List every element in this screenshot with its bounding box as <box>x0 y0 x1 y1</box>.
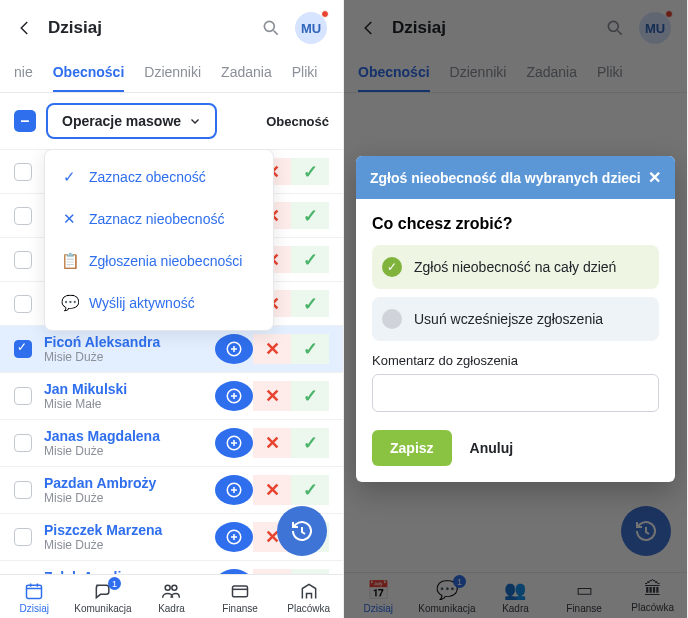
notification-dot <box>665 10 673 18</box>
avatar[interactable]: MU <box>295 12 327 44</box>
modal-header: Zgłoś nieobecność dla wybranych dzieci ✕ <box>356 156 675 199</box>
tab-tasks[interactable]: Zadania <box>526 56 577 92</box>
svg-rect-7 <box>27 585 42 598</box>
row-checkbox[interactable] <box>14 295 32 313</box>
add-note-icon[interactable] <box>215 334 253 364</box>
save-button[interactable]: Zapisz <box>372 430 452 466</box>
present-icon[interactable]: ✓ <box>291 246 329 273</box>
present-icon[interactable]: ✓ <box>291 475 329 505</box>
back-icon[interactable] <box>16 19 34 37</box>
dd-send-activity[interactable]: 💬Wyślij aktywność <box>45 282 273 324</box>
tab-files[interactable]: Pliki <box>597 56 623 92</box>
absent-icon[interactable]: ✕ <box>253 475 291 505</box>
nav-facility[interactable]: Placówka <box>274 581 343 614</box>
mass-operations-button[interactable]: Operacje masowe <box>46 103 217 139</box>
badge: 1 <box>453 575 466 588</box>
add-note-icon[interactable] <box>215 475 253 505</box>
chevron-down-icon <box>189 115 201 127</box>
select-all-checkbox[interactable]: – <box>14 110 36 132</box>
nav-finance[interactable]: Finanse <box>206 581 275 614</box>
child-group: Misie Duże <box>44 491 215 505</box>
tab-journals[interactable]: Dzienniki <box>450 56 507 92</box>
comment-input[interactable] <box>372 374 659 412</box>
nav-staff[interactable]: Kadra <box>137 581 206 614</box>
avatar[interactable]: MU <box>639 12 671 44</box>
chat-icon: 1 <box>93 581 113 601</box>
check-icon: ✓ <box>61 168 77 186</box>
tab-attendance[interactable]: Obecności <box>358 56 430 92</box>
nav-finance[interactable]: ▭Finanse <box>550 579 619 614</box>
comment-label: Komentarz do zgłoszenia <box>372 353 659 368</box>
cancel-button[interactable]: Anuluj <box>470 440 514 456</box>
present-icon[interactable]: ✓ <box>291 381 329 411</box>
table-row[interactable]: Zelek AmeliaMisie Małe✕✓ <box>0 560 343 574</box>
option-full-day[interactable]: ✓Zgłoś nieobecność na cały dzień <box>372 245 659 289</box>
chat-icon: 💬1 <box>436 579 458 601</box>
present-icon[interactable]: ✓ <box>291 158 329 185</box>
calendar-icon <box>24 581 44 601</box>
back-icon[interactable] <box>360 19 378 37</box>
tab-attendance[interactable]: Obecności <box>53 56 125 92</box>
history-fab[interactable] <box>277 506 327 556</box>
history-fab[interactable] <box>621 506 671 556</box>
tab-files[interactable]: Pliki <box>292 56 318 92</box>
add-note-icon[interactable] <box>215 522 253 552</box>
row-checkbox[interactable] <box>14 207 32 225</box>
nav-comms[interactable]: 1Komunikacja <box>69 581 138 614</box>
attendance-column-label: Obecność <box>266 114 329 129</box>
child-group: Misie Duże <box>44 444 215 458</box>
search-icon[interactable] <box>261 18 281 38</box>
tab-journals[interactable]: Dzienniki <box>144 56 201 92</box>
absent-icon[interactable]: ✕ <box>253 334 291 364</box>
table-row[interactable]: Pazdan AmbrożyMisie Duże✕✓ <box>0 466 343 513</box>
child-group: Misie Duże <box>44 538 215 552</box>
svg-point-8 <box>166 585 171 590</box>
add-note-icon[interactable] <box>215 381 253 411</box>
child-name: Janas Magdalena <box>44 428 215 444</box>
tab-tasks[interactable]: Zadania <box>221 56 272 92</box>
row-checkbox[interactable] <box>14 434 32 452</box>
radio-icon <box>382 309 402 329</box>
option-remove-reports[interactable]: Usuń wcześniejsze zgłoszenia <box>372 297 659 341</box>
absent-icon[interactable]: ✕ <box>253 381 291 411</box>
nav-facility[interactable]: 🏛Placówka <box>618 579 687 614</box>
nav-staff[interactable]: 👥Kadra <box>481 579 550 614</box>
modal-question: Co chcesz zrobić? <box>372 215 659 233</box>
dd-mark-absent[interactable]: ✕Zaznacz nieobecność <box>45 198 273 240</box>
child-name: Jan Mikulski <box>44 381 215 397</box>
header: Dzisiaj MU <box>0 0 343 56</box>
top-tabs: Obecności Dzienniki Zadania Pliki <box>344 56 687 93</box>
search-icon[interactable] <box>605 18 625 38</box>
wallet-icon: ▭ <box>576 579 593 601</box>
building-icon: 🏛 <box>644 579 662 600</box>
ops-row: – Operacje masowe Obecność <box>0 93 343 149</box>
row-checkbox[interactable] <box>14 528 32 546</box>
row-checkbox[interactable] <box>14 251 32 269</box>
present-icon[interactable]: ✓ <box>291 334 329 364</box>
notification-dot <box>321 10 329 18</box>
present-icon[interactable]: ✓ <box>291 202 329 229</box>
add-note-icon[interactable] <box>215 428 253 458</box>
table-row[interactable]: Ficoń AleksandraMisie Duże✕✓ <box>0 325 343 372</box>
row-checkbox[interactable] <box>14 481 32 499</box>
top-tabs: nie Obecności Dzienniki Zadania Pliki <box>0 56 343 93</box>
row-checkbox[interactable] <box>14 340 32 358</box>
row-checkbox[interactable] <box>14 163 32 181</box>
table-row[interactable]: Janas MagdalenaMisie Duże✕✓ <box>0 419 343 466</box>
close-icon[interactable]: ✕ <box>648 168 661 187</box>
header: Dzisiaj MU <box>344 0 687 56</box>
nav-comms[interactable]: 💬1Komunikacja <box>413 579 482 614</box>
child-group: Misie Małe <box>44 397 215 411</box>
table-row[interactable]: Jan MikulskiMisie Małe✕✓ <box>0 372 343 419</box>
present-icon[interactable]: ✓ <box>291 290 329 317</box>
left-pane: Dzisiaj MU nie Obecności Dzienniki Zadan… <box>0 0 344 618</box>
absent-icon[interactable]: ✕ <box>253 428 291 458</box>
present-icon[interactable]: ✓ <box>291 428 329 458</box>
row-checkbox[interactable] <box>14 387 32 405</box>
nav-today[interactable]: Dzisiaj <box>0 581 69 614</box>
dd-absence-reports[interactable]: 📋Zgłoszenia nieobecności <box>45 240 273 282</box>
tab-cut[interactable]: nie <box>14 56 33 92</box>
dd-mark-present[interactable]: ✓Zaznacz obecność <box>45 156 273 198</box>
chat-icon: 💬 <box>61 294 77 312</box>
nav-today[interactable]: 📅Dzisiaj <box>344 579 413 614</box>
